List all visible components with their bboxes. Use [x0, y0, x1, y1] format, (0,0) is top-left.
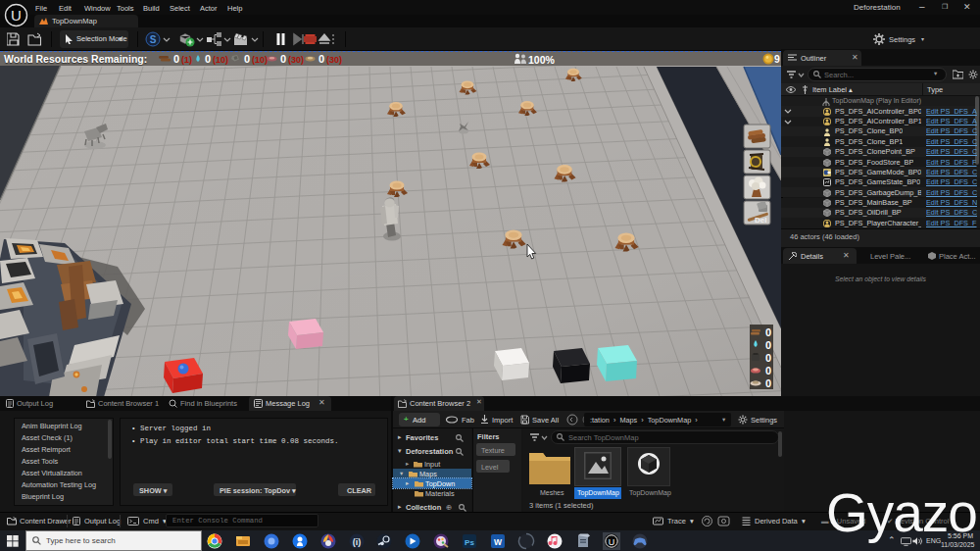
svg-text:0: 0: [173, 53, 179, 65]
svg-text:U: U: [11, 7, 22, 24]
svg-text:0: 0: [205, 53, 211, 65]
svg-text:W: W: [494, 537, 503, 547]
svg-text:(1): (1): [181, 55, 192, 65]
svg-text:Ps: Ps: [465, 538, 474, 547]
svg-text:0: 0: [765, 326, 771, 338]
svg-text:0: 0: [244, 53, 250, 65]
svg-text:0: 0: [765, 377, 771, 389]
svg-text:0: 0: [765, 339, 771, 351]
svg-text:0: 0: [765, 365, 771, 376]
svg-text:U: U: [609, 537, 615, 547]
svg-text:(10): (10): [213, 55, 228, 65]
svg-text:(30): (30): [288, 55, 304, 65]
svg-text:(i): (i): [353, 537, 362, 547]
svg-text:0: 0: [318, 53, 324, 65]
svg-text:Del: Del: [755, 216, 766, 225]
svg-text:0: 0: [280, 53, 286, 65]
svg-text:(10): (10): [252, 55, 268, 65]
svg-text:S: S: [150, 34, 157, 45]
svg-text:(30): (30): [326, 55, 342, 65]
svg-text:0: 0: [765, 352, 771, 364]
